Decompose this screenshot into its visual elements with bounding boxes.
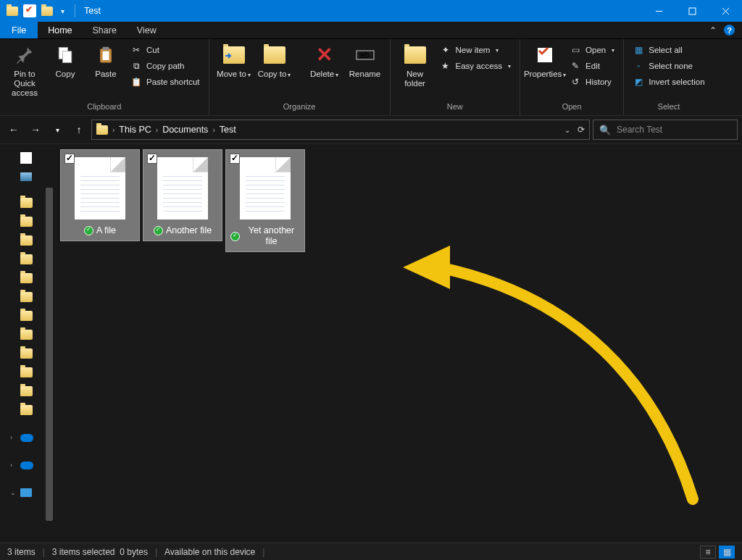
minimize-button[interactable] (642, 0, 675, 22)
svg-rect-4 (103, 51, 109, 60)
address-bar[interactable]: › This PC › Documents › Test ⌄ ⟳ (91, 120, 590, 140)
open-button[interactable]: ▭ Open▾ (567, 43, 617, 57)
search-box[interactable]: 🔍 Search Test (593, 120, 738, 140)
svg-rect-0 (689, 8, 696, 14)
collapse-ribbon-icon[interactable]: ⌃ (709, 25, 717, 35)
breadcrumb-segment[interactable]: Documents (162, 125, 208, 135)
address-dropdown-icon[interactable]: ⌄ (564, 126, 570, 134)
rename-label: Rename (349, 70, 380, 79)
select-all-icon: ▦ (633, 44, 644, 56)
scissors-icon: ✂ (130, 44, 142, 56)
move-to-button[interactable]: Move to▾ (215, 42, 253, 80)
properties-button[interactable]: Properties▾ (526, 42, 564, 80)
invert-selection-button[interactable]: ◩ Invert selection (630, 75, 707, 88)
help-icon[interactable]: ? (724, 25, 735, 35)
recent-locations-button[interactable]: ▾ (48, 120, 67, 139)
easy-access-button[interactable]: ★ Easy access▾ (437, 59, 514, 72)
svg-marker-9 (403, 246, 450, 289)
file-item[interactable]: Yet another file (226, 150, 304, 251)
tab-share[interactable]: Share (83, 22, 127, 38)
delete-label: Delete▾ (310, 70, 338, 79)
details-view-button[interactable]: ≡ (700, 546, 716, 559)
delete-button[interactable]: ✕ Delete▾ (306, 42, 343, 80)
main-area: › › ⌄ A file Another file Yet another fi… (0, 144, 742, 543)
sync-status-icon (230, 232, 240, 241)
file-name: Another file (166, 225, 212, 236)
new-item-icon: ✦ (440, 44, 451, 56)
copy-path-button[interactable]: ⧉ Copy path (128, 59, 203, 72)
sidebar-scrollbar[interactable] (43, 144, 55, 543)
large-icons-view-button[interactable]: ▦ (719, 546, 735, 559)
move-to-label: Move to▾ (217, 70, 251, 79)
maximize-button[interactable] (675, 0, 709, 22)
history-icon: ↺ (570, 76, 581, 88)
paste-button[interactable]: Paste (87, 42, 125, 80)
select-none-button[interactable]: ▫ Select none (630, 59, 707, 72)
tab-view[interactable]: View (127, 22, 167, 38)
qat-customize-caret[interactable]: ▾ (58, 7, 67, 15)
qat-folder-icon-2[interactable] (41, 4, 54, 17)
annotation-arrow (352, 195, 729, 506)
paste-shortcut-icon: 📋 (130, 76, 142, 88)
sync-status-icon (84, 226, 93, 235)
file-checkbox[interactable] (230, 154, 240, 164)
tab-file[interactable]: File (0, 22, 38, 38)
search-icon: 🔍 (599, 125, 611, 135)
new-item-button[interactable]: ✦ New item▾ (437, 43, 514, 57)
status-availability: Available on this device (164, 547, 255, 557)
svg-rect-5 (103, 47, 109, 50)
file-item[interactable]: Another file (143, 150, 222, 241)
copy-to-label: Copy to▾ (258, 70, 291, 79)
ribbon-tabs: File Home Share View ⌃ ? (0, 22, 742, 39)
pin-label: Pin to Quick access (7, 70, 42, 99)
rename-button[interactable]: ab Rename (346, 42, 384, 80)
breadcrumb-segment[interactable]: Test (220, 125, 236, 135)
paste-shortcut-button[interactable]: 📋 Paste shortcut (128, 75, 203, 88)
status-selected-count: 3 items selected 0 bytes (52, 547, 148, 557)
file-checkbox[interactable] (147, 154, 157, 164)
breadcrumb-segment[interactable]: This PC (119, 125, 151, 135)
chevron-right-icon[interactable]: › (156, 126, 158, 134)
back-button[interactable]: ← (4, 120, 23, 139)
file-checkbox[interactable] (64, 154, 75, 164)
status-bar: 3 items | 3 items selected 0 bytes | Ava… (0, 543, 742, 560)
up-button[interactable]: ↑ (70, 120, 88, 139)
copy-button[interactable]: Copy (46, 42, 84, 80)
forward-button[interactable]: → (26, 120, 45, 139)
new-folder-button[interactable]: New folder (396, 42, 434, 90)
svg-rect-2 (63, 51, 72, 63)
qat-folder-icon[interactable] (6, 4, 19, 17)
chevron-right-icon[interactable]: › (112, 126, 114, 134)
copy-to-button[interactable]: Copy to▾ (256, 42, 293, 80)
history-button[interactable]: ↺ History (567, 75, 617, 88)
paste-label: Paste (95, 70, 116, 79)
window-title: Test (84, 6, 101, 16)
organize-group-label: Organize (215, 101, 384, 114)
refresh-icon[interactable]: ⟳ (578, 125, 585, 135)
close-button[interactable] (709, 0, 742, 22)
content-pane[interactable]: A file Another file Yet another file (55, 144, 742, 543)
clipboard-group-label: Clipboard (6, 101, 203, 114)
cut-button[interactable]: ✂ Cut (128, 43, 203, 57)
edit-button[interactable]: ✎ Edit (567, 59, 617, 72)
file-icon (240, 157, 291, 220)
invert-selection-icon: ◩ (633, 76, 644, 88)
search-placeholder: Search Test (617, 125, 662, 135)
qat-properties-icon[interactable] (23, 4, 36, 17)
select-all-button[interactable]: ▦ Select all (630, 43, 707, 57)
tab-home[interactable]: Home (38, 22, 82, 38)
navigation-pane[interactable]: › › ⌄ (0, 144, 55, 543)
address-folder-icon (96, 125, 108, 135)
copy-path-icon: ⧉ (130, 60, 142, 72)
copy-icon (54, 43, 77, 67)
status-item-count: 3 items (7, 547, 36, 557)
new-folder-label: New folder (398, 70, 433, 88)
file-item[interactable]: A file (61, 150, 139, 241)
pin-icon (13, 43, 36, 67)
chevron-right-icon[interactable]: › (212, 126, 214, 134)
svg-text:ab: ab (359, 50, 370, 60)
delete-icon: ✕ (313, 43, 336, 67)
file-name: Yet another file (243, 225, 300, 247)
pin-to-quick-access-button[interactable]: Pin to Quick access (6, 42, 43, 100)
file-icon (75, 157, 125, 220)
